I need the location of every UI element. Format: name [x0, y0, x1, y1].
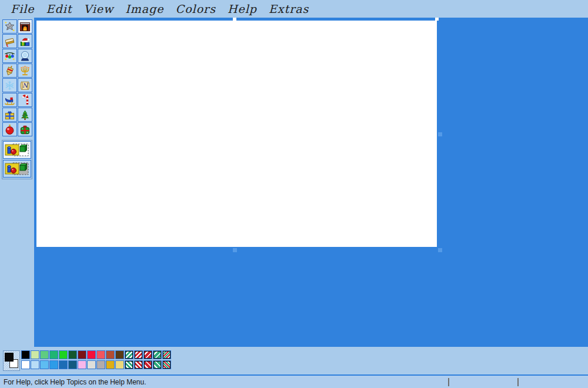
- menu-help[interactable]: Help: [222, 2, 263, 15]
- status-message: For Help, click Help Topics on the Help …: [4, 378, 146, 386]
- select-tool[interactable]: [18, 19, 32, 34]
- canvas-resize-handle-top[interactable]: [233, 18, 236, 21]
- color-swatch[interactable]: [106, 350, 115, 359]
- ellipse-tool[interactable]: [2, 122, 17, 136]
- snow-globe-icon: [19, 51, 31, 62]
- santa-hat-gifts-icon: [19, 36, 31, 47]
- holiday-book-icon: [4, 36, 15, 47]
- christmas-tree-icon: [19, 109, 31, 121]
- status-separator: [517, 378, 519, 386]
- menu-view[interactable]: View: [78, 2, 119, 15]
- palette-swatches: [21, 350, 171, 370]
- paint-app-window: File Edit View Image Colors Help Extras: [0, 0, 588, 388]
- color-swatch[interactable]: [68, 350, 77, 359]
- status-bar: For Help, click Help Topics on the Help …: [0, 374, 588, 388]
- color-swatch[interactable]: [21, 350, 30, 359]
- free-form-select-tool[interactable]: [2, 19, 17, 34]
- color-swatch[interactable]: [49, 360, 58, 369]
- color-swatch[interactable]: [162, 360, 171, 369]
- color-swatch[interactable]: [134, 350, 143, 359]
- fireplace-icon: [19, 21, 31, 32]
- color-swatch[interactable]: [68, 360, 77, 369]
- color-swatch[interactable]: [40, 350, 49, 359]
- color-swatch[interactable]: [87, 360, 96, 369]
- line-tool[interactable]: [2, 93, 17, 107]
- color-swatch[interactable]: [40, 360, 49, 369]
- color-swatch[interactable]: [87, 350, 96, 359]
- color-swatch[interactable]: [143, 350, 152, 359]
- brush-tool[interactable]: [18, 63, 32, 78]
- polygon-tool[interactable]: [18, 108, 32, 122]
- menu-extras[interactable]: Extras: [263, 2, 315, 15]
- color-swatch[interactable]: [153, 350, 162, 359]
- current-colors-indicator: [3, 350, 20, 371]
- canvas-resize-handle-right[interactable]: [438, 132, 442, 136]
- palette-row-bottom: [21, 360, 171, 369]
- canvas-resize-handle-bottom[interactable]: [233, 248, 237, 252]
- pick-color-tool[interactable]: [2, 49, 17, 63]
- color-swatch[interactable]: [31, 360, 39, 369]
- menorah-icon: [19, 65, 31, 76]
- rectangle-tool[interactable]: [2, 108, 17, 122]
- opaque-paste-icon: [4, 142, 30, 158]
- star-scissors-icon: [4, 21, 15, 32]
- status-separator: [448, 378, 449, 386]
- menu-edit[interactable]: Edit: [41, 2, 78, 15]
- color-swatch[interactable]: [96, 360, 105, 369]
- color-swatch[interactable]: [96, 350, 105, 359]
- pencil-tool[interactable]: [2, 63, 17, 78]
- menu-file[interactable]: File: [5, 2, 41, 15]
- curve-tool[interactable]: [18, 93, 32, 107]
- airbrush-tool[interactable]: [2, 78, 17, 92]
- transparent-selection-option[interactable]: [3, 160, 31, 178]
- color-swatch[interactable]: [59, 360, 68, 369]
- drawing-canvas[interactable]: [36, 21, 437, 247]
- ornament-icon: [4, 124, 15, 135]
- menu-bar: File Edit View Image Colors Help Extras: [0, 0, 588, 18]
- color-palette-bar: [0, 347, 588, 374]
- green-present-icon: [19, 124, 31, 135]
- color-swatch[interactable]: [78, 360, 86, 369]
- tool-grid: N: [2, 19, 32, 136]
- palette-row-top: [21, 350, 171, 359]
- magnifier-tool[interactable]: [18, 49, 32, 63]
- holiday-lights-icon: [4, 51, 15, 62]
- candy-cane-icon: [19, 95, 31, 106]
- scroll-icon: N: [19, 80, 31, 91]
- color-swatch[interactable]: [31, 350, 39, 359]
- color-swatch[interactable]: [106, 360, 115, 369]
- fill-with-color-tool[interactable]: [18, 34, 32, 48]
- color-swatch[interactable]: [134, 360, 143, 369]
- canvas-resize-handle-top-right[interactable]: [435, 18, 439, 21]
- color-swatch[interactable]: [115, 350, 124, 359]
- color-swatch[interactable]: [125, 360, 133, 369]
- rounded-rectangle-tool[interactable]: [18, 122, 32, 136]
- workspace: [34, 18, 588, 347]
- tool-options-panel: [2, 140, 32, 179]
- color-swatch[interactable]: [143, 360, 152, 369]
- foreground-color-swatch: [5, 353, 14, 362]
- menu-colors[interactable]: Colors: [170, 2, 222, 15]
- menu-image[interactable]: Image: [119, 2, 169, 15]
- transparent-paste-icon: [4, 161, 30, 176]
- color-swatch[interactable]: [115, 360, 124, 369]
- color-swatch[interactable]: [49, 350, 58, 359]
- opaque-selection-option[interactable]: [3, 141, 31, 159]
- canvas-resize-handle-corner[interactable]: [438, 248, 442, 252]
- text-tool[interactable]: N: [18, 78, 32, 92]
- snowflake-icon: [4, 80, 15, 91]
- sleigh-icon: [4, 95, 15, 106]
- tool-box: N: [0, 18, 34, 347]
- color-swatch[interactable]: [78, 350, 86, 359]
- main-area: N: [0, 18, 588, 347]
- color-swatch[interactable]: [59, 350, 68, 359]
- color-swatch[interactable]: [153, 360, 162, 369]
- color-swatch[interactable]: [162, 350, 171, 359]
- color-swatch[interactable]: [21, 360, 30, 369]
- gift-box-icon: [4, 109, 15, 121]
- dreidel-icon: [4, 65, 15, 76]
- eraser-tool[interactable]: [2, 34, 17, 48]
- color-swatch[interactable]: [125, 350, 133, 359]
